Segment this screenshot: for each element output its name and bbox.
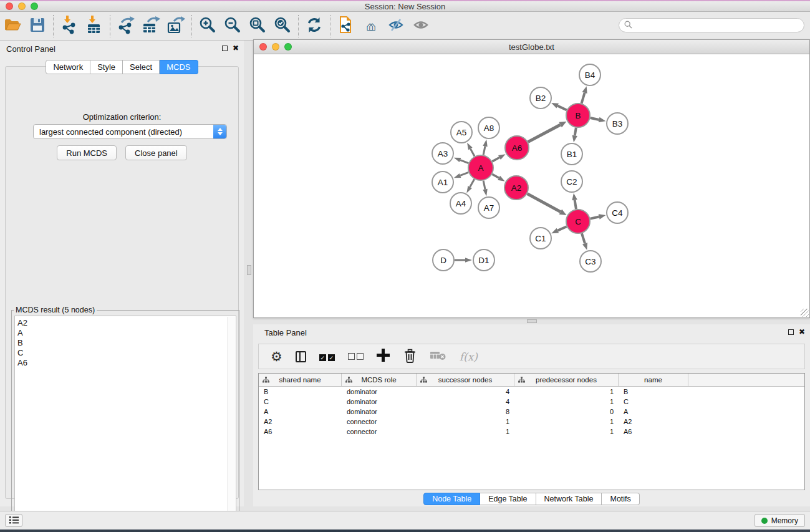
zoom-out-button[interactable]: [220, 14, 245, 38]
import-table-button[interactable]: [82, 14, 107, 38]
table-row[interactable]: Adominator80A: [259, 407, 804, 417]
edge-B-B4[interactable]: [582, 93, 585, 104]
mcds-result-item[interactable]: C: [17, 348, 236, 358]
function-builder-button[interactable]: f(x): [460, 351, 478, 363]
node-label-B2: B2: [536, 94, 546, 103]
save-session-button[interactable]: [25, 14, 50, 38]
node-label-C4: C4: [612, 208, 623, 218]
table-panel-title: Table Panel: [264, 328, 307, 337]
new-network-from-selection-button[interactable]: [334, 14, 359, 38]
mcds-result-item[interactable]: A2: [17, 318, 236, 328]
edge-A2-C[interactable]: [528, 194, 561, 212]
table-cell: A: [259, 408, 342, 415]
edge-A-A5[interactable]: [470, 148, 475, 156]
edge-C-C1[interactable]: [557, 226, 566, 230]
run-mcds-button[interactable]: Run MCDS: [57, 145, 117, 160]
mcds-tab-content: Optimization criterion: largest connecte…: [5, 66, 239, 499]
search-field[interactable]: [619, 18, 804, 32]
edge-A-A1[interactable]: [460, 172, 468, 175]
table-cell: 4: [417, 388, 514, 395]
table-row[interactable]: A2connector11A2: [259, 417, 804, 427]
show-all-button[interactable]: [408, 14, 433, 38]
edge-C-C2[interactable]: [575, 200, 576, 210]
tab-network-table[interactable]: Network Table: [536, 493, 602, 505]
show-all-eye-icon: [412, 17, 430, 36]
zoom-fit-button[interactable]: [245, 14, 270, 38]
mcds-result-item[interactable]: B: [17, 338, 236, 348]
open-session-button[interactable]: [0, 14, 25, 38]
delete-table-button[interactable]: [430, 350, 446, 364]
memory-button[interactable]: Memory: [755, 514, 805, 527]
edge-A6-B[interactable]: [528, 125, 561, 142]
edge-A-A8[interactable]: [483, 146, 485, 155]
edge-A-A4[interactable]: [470, 179, 475, 187]
edge-C-C3[interactable]: [582, 233, 585, 243]
column-header-name[interactable]: name: [619, 374, 688, 386]
float-panel-icon[interactable]: [788, 329, 794, 335]
table-row[interactable]: Bdominator41B: [259, 387, 804, 397]
column-header-successor-nodes[interactable]: successor nodes: [417, 374, 514, 386]
criterion-select[interactable]: largest connected component (directed): [33, 124, 227, 139]
tab-select[interactable]: Select: [123, 60, 160, 74]
column-header-MCDS-role[interactable]: MCDS role: [342, 374, 417, 386]
task-list-icon: [9, 515, 19, 526]
unselect-all-button[interactable]: [348, 351, 364, 362]
close-panel-icon[interactable]: ✖: [799, 329, 805, 335]
edge-A-A7[interactable]: [483, 181, 485, 190]
column-header-shared-name[interactable]: shared name: [259, 374, 342, 386]
mcds-result-item[interactable]: A: [17, 328, 236, 338]
close-panel-icon[interactable]: ✖: [233, 45, 239, 51]
table-mode-button[interactable]: ⚙: [271, 351, 282, 363]
hide-selected-eye-slash-icon: [387, 17, 405, 36]
show-columns-button[interactable]: [296, 351, 306, 362]
node-label-A: A: [478, 163, 483, 173]
select-all-button[interactable]: ✓✓: [319, 351, 335, 362]
tab-edge-table[interactable]: Edge Table: [480, 493, 536, 505]
delete-column-button[interactable]: [403, 348, 417, 365]
zoom-in-button[interactable]: [195, 14, 220, 38]
tab-network[interactable]: Network: [46, 60, 90, 74]
add-column-button[interactable]: [377, 349, 390, 364]
export-image-button[interactable]: [163, 14, 188, 38]
edge-C-C4[interactable]: [591, 217, 599, 219]
edge-A-A2[interactable]: [492, 174, 499, 178]
network-canvas[interactable]: B4B2BB3A5A8A6A3B1AA1C2A2A4A7C4CC1DD1C3: [254, 54, 809, 317]
tab-node-table[interactable]: Node Table: [423, 493, 480, 505]
window-resize-grip[interactable]: [801, 309, 809, 317]
node-table[interactable]: shared nameMCDS rolesuccessor nodesprede…: [258, 373, 805, 490]
export-table-button[interactable]: [138, 14, 163, 38]
arrowhead-icon: [483, 140, 487, 147]
first-neighbors-button[interactable]: ⌂⌂: [359, 14, 383, 38]
mcds-result-item[interactable]: A6: [17, 358, 236, 368]
tab-motifs[interactable]: Motifs: [602, 493, 639, 505]
import-network-button[interactable]: [57, 14, 82, 38]
network-window-titlebar[interactable]: testGlobe.txt: [254, 40, 809, 54]
edge-B-B3[interactable]: [591, 118, 599, 120]
edge-A-A6[interactable]: [492, 157, 499, 161]
refresh-view-button[interactable]: [302, 14, 327, 38]
edge-B-B2[interactable]: [557, 106, 567, 110]
tab-style[interactable]: Style: [90, 60, 123, 74]
table-cell: dominator: [342, 398, 417, 405]
arrowhead-icon: [582, 243, 587, 250]
float-panel-icon[interactable]: [222, 46, 228, 51]
search-input[interactable]: [635, 21, 804, 30]
edge-B-B1[interactable]: [575, 128, 576, 136]
table-body: Bdominator41BCdominator41CAdominator80AA…: [259, 387, 804, 437]
column-header-predecessor-nodes[interactable]: predecessor nodes: [514, 374, 619, 386]
hide-selected-button[interactable]: [383, 14, 408, 38]
app-titlebar: Session: New Session: [0, 1, 810, 12]
mcds-list-scrollbar[interactable]: [227, 317, 235, 518]
task-history-button[interactable]: [5, 514, 22, 527]
close-panel-button[interactable]: Close panel: [125, 145, 187, 160]
zoom-selected-button[interactable]: [270, 14, 295, 38]
mcds-result-list[interactable]: A2ABCA6: [14, 316, 236, 519]
export-network-button[interactable]: [113, 14, 138, 38]
table-row[interactable]: Cdominator41C: [259, 397, 804, 407]
tab-mcds[interactable]: MCDS: [160, 60, 198, 74]
edge-A-A3[interactable]: [460, 160, 468, 163]
horizontal-splitter-handle[interactable]: [527, 319, 537, 323]
vertical-splitter-handle[interactable]: [247, 265, 251, 275]
node-label-C1: C1: [535, 234, 546, 243]
table-row[interactable]: A6connector11A6: [259, 427, 804, 437]
